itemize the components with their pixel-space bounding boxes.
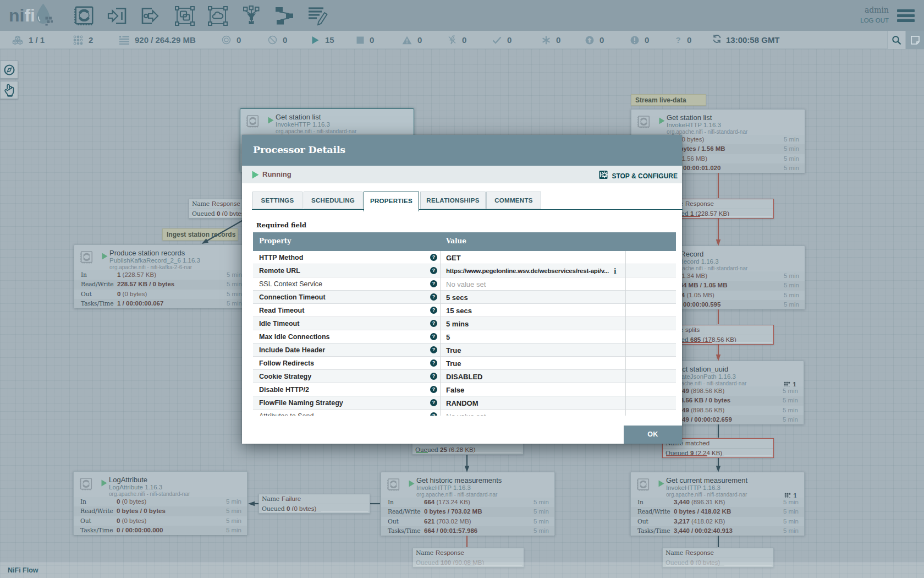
property-row[interactable]: SSL Context Service ? No value set (253, 277, 676, 291)
tab-scheduling[interactable]: SCHEDULING (304, 192, 362, 209)
property-row[interactable]: Disable HTTP/2 ? False (253, 383, 676, 396)
property-row[interactable]: Connection Timeout ? 5 secs (253, 291, 676, 304)
status-stopped: 0 (356, 31, 374, 49)
template-icon[interactable] (273, 4, 296, 28)
last-refresh-time: 13:00:58 GMT (726, 35, 780, 45)
value-column-header: Value (446, 237, 466, 245)
status-transmitting: 0 (222, 31, 241, 49)
status-cluster: 1 / 1 (12, 31, 45, 49)
help-icon[interactable]: ? (430, 280, 437, 287)
remote-process-group-icon[interactable] (206, 4, 229, 28)
queue-percent-bars (262, 511, 367, 512)
transmitting-icon (222, 35, 231, 45)
processor-icon[interactable] (73, 4, 96, 28)
property-value[interactable]: 5 mins (446, 320, 469, 328)
property-column-header: Property (259, 237, 291, 245)
dialog-title: Processor Details (253, 144, 345, 155)
cluster-icon (12, 35, 23, 45)
help-icon[interactable]: ? (430, 359, 437, 367)
property-row[interactable]: FlowFile Naming Strategy ? RANDOM (253, 396, 676, 410)
property-value[interactable]: False (446, 386, 464, 394)
property-row[interactable]: Include Date Header ? True (253, 343, 676, 357)
property-name: FlowFile Naming Strategy (259, 399, 343, 407)
connection-arrowhead (716, 355, 721, 361)
running-icon (252, 171, 259, 181)
output-port-icon[interactable] (139, 4, 162, 28)
property-row[interactable]: Read Timeout ? 15 secs (253, 304, 676, 317)
process-group-icon[interactable] (173, 4, 196, 28)
property-value[interactable]: GET (446, 254, 461, 262)
property-row[interactable]: Max Idle Connections ? 5 (253, 330, 676, 343)
connection-name-row: NameResponse (413, 548, 524, 558)
funnel-icon[interactable] (240, 4, 263, 28)
property-row[interactable]: Follow Redirects ? True (253, 357, 676, 370)
property-row[interactable]: Remote URL ? https://www.pegelonline.wsv… (253, 264, 676, 277)
logout-link[interactable]: LOG OUT (860, 17, 889, 24)
help-icon[interactable]: ? (430, 399, 437, 406)
search-button[interactable] (887, 31, 906, 49)
help-icon[interactable]: ? (430, 373, 437, 380)
status-count: 0 (283, 35, 287, 45)
not-transmitting-icon (268, 35, 277, 45)
label-icon[interactable] (306, 4, 329, 28)
stale-icon (585, 36, 594, 45)
connection-name-row: NameResponse (663, 548, 773, 558)
help-icon[interactable]: ? (430, 293, 437, 301)
disabled-icon (448, 35, 457, 45)
help-icon[interactable]: ? (430, 254, 437, 261)
help-icon[interactable]: ? (430, 267, 437, 274)
queue-icon (119, 35, 129, 45)
refresh-icon[interactable] (712, 34, 722, 46)
user-area: admin LOG OUT (860, 6, 889, 24)
property-value[interactable]: https://www.pegelonline.wsv.de/webservic… (446, 268, 616, 275)
connection-arrowhead (716, 239, 721, 246)
property-value[interactable]: True (446, 346, 461, 355)
tab-settings[interactable]: SETTINGS (252, 192, 302, 209)
nifi-logo: nifi (9, 4, 53, 26)
help-icon[interactable]: ? (430, 333, 437, 340)
property-value[interactable]: 15 secs (446, 307, 472, 315)
app-header: nifi (0, 0, 924, 31)
property-row[interactable]: Attributes to Send ? No value set (253, 410, 676, 416)
bulletin-board-button[interactable] (906, 31, 924, 49)
property-name: Remote URL (259, 267, 300, 275)
help-icon[interactable]: ? (430, 386, 437, 393)
breadcrumb[interactable]: NiFi Flow (8, 566, 38, 574)
status-count: 0 (556, 35, 560, 45)
property-value[interactable]: No value set (446, 412, 486, 416)
stop-configure-icon (599, 170, 608, 182)
property-name: Max Idle Connections (259, 333, 330, 341)
property-name: SSL Context Service (259, 280, 322, 288)
connection-label[interactable]: NameFailure Queued0 (0 bytes) (258, 494, 370, 514)
property-value[interactable]: RANDOM (446, 399, 479, 407)
ok-button[interactable]: OK (624, 426, 682, 444)
property-row[interactable]: Cookie Strategy ? DISABLED (253, 370, 676, 383)
status-count: 1 / 1 (29, 35, 45, 45)
tab-relationships[interactable]: RELATIONSHIPS (420, 192, 486, 209)
tab-properties[interactable]: PROPERTIES (364, 192, 419, 211)
stopped-icon (356, 36, 364, 44)
property-name: Include Date Header (259, 346, 325, 354)
property-value[interactable]: 5 (446, 333, 450, 341)
property-value[interactable]: DISABLED (446, 373, 482, 381)
help-icon[interactable]: ? (430, 346, 437, 353)
invalid-icon (402, 36, 412, 45)
global-menu-button[interactable] (897, 9, 915, 22)
help-icon[interactable]: ? (430, 412, 437, 416)
property-value[interactable]: No value set (446, 280, 486, 288)
property-row[interactable]: Idle Timeout ? 5 mins (253, 317, 676, 330)
help-icon[interactable]: ? (430, 320, 437, 327)
tab-comments[interactable]: COMMENTS (486, 192, 541, 209)
help-icon[interactable]: ? (430, 307, 437, 314)
stop-and-configure-button[interactable]: STOP & CONFIGURE (599, 170, 678, 182)
property-value[interactable]: 5 secs (446, 293, 468, 302)
flow-status-bar: 1 / 12 920 / 264.29 MB 0 0150 0 0 0 0 0 … (0, 31, 924, 49)
property-row[interactable]: HTTP Method ? GET (253, 251, 676, 264)
property-value[interactable]: True (446, 359, 461, 368)
status-count: 0 (645, 35, 649, 45)
current-user: admin (860, 6, 889, 14)
input-port-icon[interactable] (106, 4, 129, 28)
connection-name-row: NameFailure (259, 494, 370, 504)
info-icon[interactable]: i (614, 268, 616, 275)
connection-arrowhead (465, 466, 470, 472)
